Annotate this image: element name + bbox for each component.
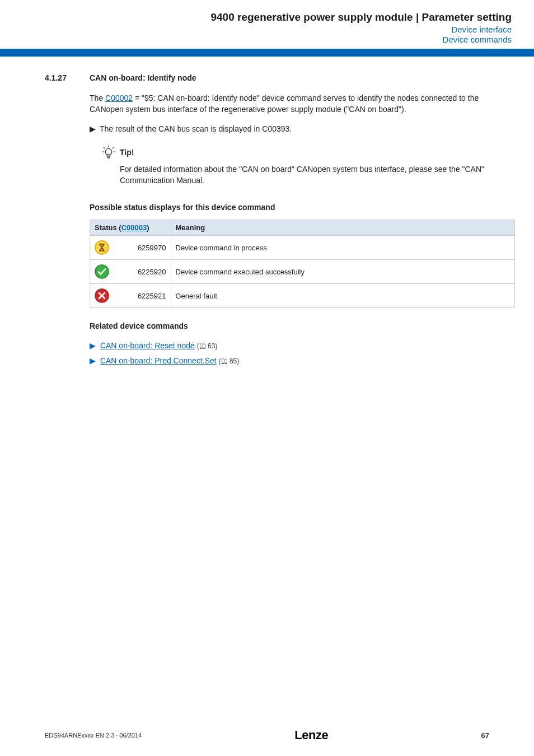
lightbulb-icon xyxy=(101,144,116,160)
section-heading-row: 4.1.27 CAN on-board: Identify node xyxy=(45,73,489,82)
table-row: 6225921 General fault xyxy=(90,284,515,308)
status-table: Status (C00003) Meaning 6259970 Device c… xyxy=(90,220,515,308)
para1-post: = "95: CAN on-board: Identify node" devi… xyxy=(90,94,479,114)
tip-label: Tip! xyxy=(120,148,134,157)
triangle-icon: ▶ xyxy=(90,341,96,350)
section-title: CAN on-board: Identify node xyxy=(90,73,196,82)
table-row: 6225920 Device command executed successf… xyxy=(90,260,515,284)
th-meaning: Meaning xyxy=(171,220,515,236)
content-area: 4.1.27 CAN on-board: Identify node The C… xyxy=(0,57,534,368)
page-num: 65 xyxy=(229,357,237,365)
triangle-icon: ▶ xyxy=(90,356,96,365)
status-code: 6225920 xyxy=(114,260,171,284)
para1-pre: The xyxy=(90,94,105,102)
th-status: Status (C00003) xyxy=(90,220,171,236)
th-status-pre: Status ( xyxy=(95,223,121,232)
status-heading: Possible status displays for this device… xyxy=(90,203,489,212)
related-list: ▶ CAN on-board: Reset node (🕮 63) ▶ CAN … xyxy=(90,338,489,368)
bullet-pre: The result of the CAN bus scan is displa… xyxy=(100,124,262,133)
svg-point-5 xyxy=(105,148,111,155)
status-meaning: General fault xyxy=(171,284,515,308)
tip-head: Tip! xyxy=(101,144,489,160)
header-title: 9400 regenerative power supply module | … xyxy=(22,11,512,24)
check-icon xyxy=(95,264,109,279)
svg-line-2 xyxy=(113,147,114,148)
book-icon: 🕮 xyxy=(199,342,206,350)
status-icon-cell xyxy=(90,236,114,260)
lenze-logo: Lenze xyxy=(294,728,328,743)
section-number: 4.1.27 xyxy=(45,73,90,82)
footer-docid: EDS94ARNExxxx EN 2.3 · 06/2014 xyxy=(45,732,142,739)
related-link-pred-connect[interactable]: CAN on-board: Pred.Connect.Set xyxy=(100,356,217,365)
header-rule xyxy=(0,49,534,57)
related-item: ▶ CAN on-board: Reset node (🕮 63) xyxy=(90,338,489,353)
tip-block: Tip! For detailed information about the … xyxy=(101,144,489,186)
bullet-text: The result of the CAN bus scan is displa… xyxy=(100,123,292,134)
cross-icon xyxy=(95,288,109,303)
bullet-row: ▶ The result of the CAN bus scan is disp… xyxy=(90,123,489,134)
page-footer: EDS94ARNExxxx EN 2.3 · 06/2014 Lenze 67 xyxy=(0,728,534,743)
status-code: 6225921 xyxy=(114,284,171,308)
status-meaning: Device command executed successfully xyxy=(171,260,515,284)
tip-text: For detailed information about the "CAN … xyxy=(120,164,489,186)
related-link-reset-node[interactable]: CAN on-board: Reset node xyxy=(100,341,195,350)
intro-paragraph: The C00002 = "95: CAN on-board: Identify… xyxy=(90,92,489,115)
related-heading: Related device commands xyxy=(90,321,489,330)
table-row: 6259970 Device command in process xyxy=(90,236,515,260)
svg-line-1 xyxy=(104,147,105,148)
svg-point-9 xyxy=(95,265,109,278)
status-code: 6259970 xyxy=(114,236,171,260)
related-item: ▶ CAN on-board: Pred.Connect.Set (🕮 65) xyxy=(90,353,489,368)
header-subtitle-2: Device commands xyxy=(22,35,512,44)
th-status-post: ) xyxy=(147,223,149,232)
page-ref: (🕮 65) xyxy=(219,357,240,365)
book-icon: 🕮 xyxy=(221,357,228,365)
hourglass-icon xyxy=(95,240,109,255)
status-meaning: Device command in process xyxy=(171,236,515,260)
link-c00393[interactable]: C00393 xyxy=(262,124,289,133)
table-header-row: Status (C00003) Meaning xyxy=(90,220,515,236)
header-subtitle-1: Device interface xyxy=(22,25,512,34)
link-c00002[interactable]: C00002 xyxy=(105,94,133,102)
footer-page-number: 67 xyxy=(481,731,489,740)
page-num: 63 xyxy=(208,342,215,350)
link-c00003[interactable]: C00003 xyxy=(121,223,147,232)
status-icon-cell xyxy=(90,260,114,284)
status-icon-cell xyxy=(90,284,114,308)
bullet-post: . xyxy=(289,124,292,133)
page-ref: (🕮 63) xyxy=(197,342,218,350)
page-header: 9400 regenerative power supply module | … xyxy=(0,0,534,44)
bullet-triangle-icon: ▶ xyxy=(90,123,100,134)
